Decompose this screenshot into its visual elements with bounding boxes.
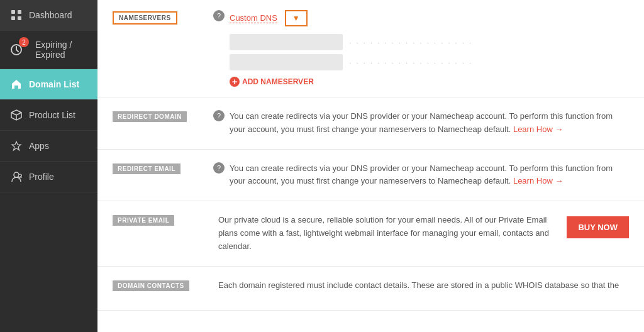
sidebar-item-profile[interactable]: Profile [0,162,97,192]
custom-dns-label: Custom DNS [230,13,277,23]
private-email-content: Our private cloud is a secure, reliable … [213,214,557,253]
ns-input-1[interactable] [230,34,343,50]
redirect-email-content: You can create redirects via your DNS pr… [225,162,629,189]
ns-dots-1: · · · · · · · · · · · · · · · · · · [349,38,472,47]
sidebar-item-domain-list-label: Domain List [29,79,79,89]
domain-contacts-section: DOMAIN CONTACTS Each domain registered m… [97,267,644,311]
add-nameserver-label: ADD NAMESERVER [242,77,314,86]
nameservers-help-wrap: ? [213,10,225,21]
private-email-text: Our private cloud is a secure, reliable … [218,214,557,253]
redirect-email-section: REDIRECT EMAIL ? You can create redirect… [97,150,644,202]
nameservers-content: Custom DNS ▼ · · · · · · · · · · · · · ·… [225,10,629,87]
redirect-domain-text: You can create redirects via your DNS pr… [230,110,629,136]
ns-field-row-2: · · · · · · · · · · · · · · · · · · [230,54,629,70]
ns-dots-2: · · · · · · · · · · · · · · · · · · [349,58,472,67]
nameservers-top-row: Custom DNS ▼ [230,10,629,26]
redirect-email-badge[interactable]: REDIRECT EMAIL [113,163,180,174]
nameservers-section: NAMESERVERS ? Custom DNS ▼ · · · · · · ·… [97,0,644,97]
sidebar-item-profile-label: Profile [29,172,54,182]
svg-rect-1 [18,10,21,14]
redirect-domain-label-col: REDIRECT DOMAIN [113,110,213,122]
apps-icon [10,140,23,152]
svg-rect-2 [11,16,15,20]
sidebar-item-dashboard[interactable]: Dashboard [0,0,97,31]
dns-dropdown-button[interactable]: ▼ [285,10,308,26]
domain-contacts-text: Each domain registered must include cont… [218,279,629,292]
sidebar-item-product-list-label: Product List [29,110,75,120]
sidebar-item-product-list[interactable]: Product List [0,100,97,131]
home-icon [10,78,23,91]
private-email-badge[interactable]: PRIVATE EMAIL [113,215,174,226]
domain-contacts-label-col: DOMAIN CONTACTS [113,279,213,291]
redirect-domain-learn-link[interactable]: Learn How → [513,124,563,134]
redirect-email-text: You can create redirects via your DNS pr… [230,162,629,189]
profile-icon [10,170,23,183]
svg-point-8 [18,174,22,178]
sidebar: Dashboard 2 Expiring / Expired Domain Li… [0,0,97,332]
svg-rect-0 [11,10,15,14]
redirect-domain-content: You can create redirects via your DNS pr… [225,110,629,136]
ns-field-row-1: · · · · · · · · · · · · · · · · · · [230,34,629,50]
nameservers-fields: · · · · · · · · · · · · · · · · · · · · … [230,34,629,70]
add-nameserver-button[interactable]: + ADD NAMESERVER [230,77,629,87]
domain-contacts-content: Each domain registered must include cont… [213,279,629,292]
expiring-icon-wrap: 2 [10,43,29,56]
nameservers-badge[interactable]: NAMESERVERS [113,11,177,25]
redirect-domain-help-icon[interactable]: ? [213,110,225,121]
redirect-domain-section: REDIRECT DOMAIN ? You can create redirec… [97,97,644,150]
redirect-email-help-icon[interactable]: ? [213,162,225,174]
sidebar-item-apps[interactable]: Apps [0,131,97,162]
expiring-badge: 2 [19,37,29,47]
add-icon: + [230,77,240,87]
box-icon [10,109,23,121]
svg-rect-3 [18,16,21,20]
main-content: NAMESERVERS ? Custom DNS ▼ · · · · · · ·… [97,0,644,332]
nameservers-help-icon[interactable]: ? [213,10,225,21]
private-email-label-col: PRIVATE EMAIL [113,214,213,226]
ns-input-2[interactable] [230,54,343,70]
sidebar-item-domain-list[interactable]: Domain List [0,69,97,100]
sidebar-item-apps-label: Apps [29,141,49,151]
nameservers-label-col: NAMESERVERS [113,10,213,23]
redirect-domain-badge[interactable]: REDIRECT DOMAIN [113,111,187,122]
sidebar-item-expiring[interactable]: 2 Expiring / Expired [0,31,97,69]
domain-contacts-badge[interactable]: DOMAIN CONTACTS [113,280,189,291]
sidebar-item-dashboard-label: Dashboard [29,10,72,20]
private-email-section: PRIVATE EMAIL Our private cloud is a sec… [97,201,644,266]
buy-now-button[interactable]: BUY NOW [567,216,629,238]
redirect-email-label-col: REDIRECT EMAIL [113,162,213,174]
redirect-email-learn-link[interactable]: Learn How → [513,176,563,185]
svg-line-6 [16,50,18,52]
sidebar-item-expiring-label: Expiring / Expired [35,40,87,60]
dashboard-icon [10,9,23,21]
